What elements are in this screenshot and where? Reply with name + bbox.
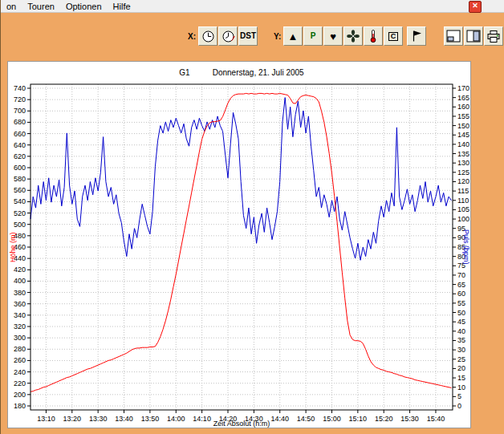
clock-arrow-icon	[222, 30, 235, 43]
layout-b-icon	[466, 30, 481, 43]
celsius-button[interactable]: C	[384, 26, 403, 46]
toolbar: X:DSTY:▲P♥C	[1, 0, 504, 51]
pulse-p-button-label: P	[311, 32, 316, 40]
right-axis-title: Puls (bpm)	[461, 84, 471, 410]
print-button[interactable]	[484, 26, 503, 46]
x-axis-title: Zeit Absolut (h:m)	[30, 420, 453, 428]
fan-icon	[347, 30, 360, 43]
temperature-button[interactable]	[364, 26, 383, 46]
chart: 1802002202402602803003203403603804004204…	[8, 62, 472, 429]
x-time-mode-2-button[interactable]	[218, 26, 238, 46]
pulse-p-button[interactable]: P	[303, 26, 323, 46]
chart-title: G1 Donnerstag, 21. Juli 2005	[30, 68, 453, 77]
chart-panel: 1802002202402602803003203403603804004204…	[7, 61, 471, 428]
layout-a-icon	[446, 30, 461, 43]
clock-icon	[201, 30, 215, 43]
marker-flag-button[interactable]	[407, 26, 426, 46]
dst-button-label: DST	[240, 32, 256, 40]
heart-icon: ♥	[330, 31, 336, 42]
x-time-mode-button[interactable]	[198, 26, 217, 46]
mountain-icon: ▲	[288, 31, 299, 42]
axis-tick-labels: 1802002202402602803003203403603804004204…	[14, 84, 469, 423]
altitude-button[interactable]: ▲	[283, 26, 303, 46]
graph-id: G1	[179, 68, 189, 77]
gridlines	[30, 84, 453, 410]
toolbar-axis-label: X:	[188, 32, 196, 41]
left-axis-title: Höhe (m)	[8, 84, 18, 410]
dst-button[interactable]: DST	[238, 26, 258, 46]
layout-pane-button[interactable]	[464, 26, 483, 46]
toolbar-axis-label: Y:	[274, 32, 281, 41]
layout-split-button[interactable]	[444, 26, 463, 46]
printer-icon	[486, 30, 501, 43]
celsius-button-label: C	[388, 32, 399, 41]
app-window: onTourenOptionenHilfe ✕ X:DSTY:▲P♥C 1802…	[0, 0, 504, 434]
flag-icon	[411, 30, 423, 43]
series-lines	[30, 93, 451, 391]
cadence-button[interactable]	[343, 26, 363, 46]
axis-ticks	[27, 88, 456, 413]
series-hoehe	[30, 93, 451, 391]
heartrate-button[interactable]: ♥	[323, 26, 343, 46]
chart-date: Donnerstag, 21. Juli 2005	[213, 68, 304, 77]
thermometer-icon	[368, 29, 378, 43]
